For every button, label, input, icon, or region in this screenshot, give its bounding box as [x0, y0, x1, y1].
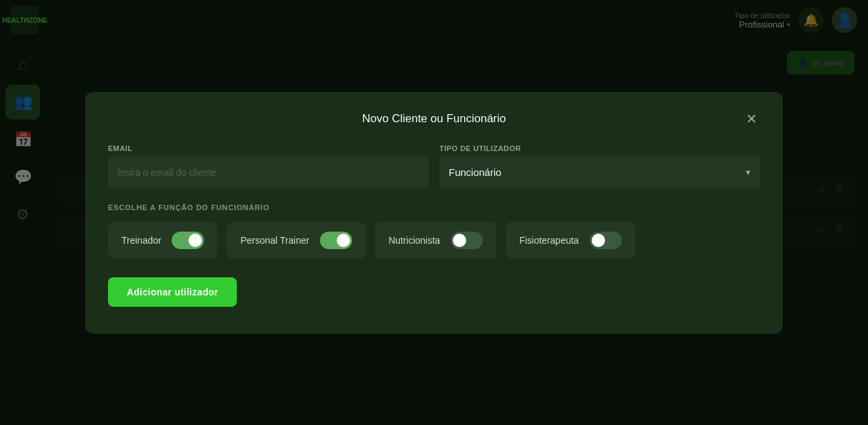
toggle-card-fisioterapeuta: Fisioterapeuta	[506, 222, 635, 258]
form-row-main: Email Tipo de utilizador Funcionário ▾	[108, 144, 760, 189]
toggle-label-nutricionista: Nutricionista	[388, 235, 440, 246]
modal-title: Novo Cliente ou Funcionário	[362, 112, 506, 126]
email-group: Email	[108, 144, 429, 189]
toggle-label-fisioterapeuta: Fisioterapeuta	[519, 235, 579, 246]
toggle-card-personal-trainer: Personal Trainer	[227, 222, 366, 258]
select-arrow-icon: ▾	[746, 167, 751, 177]
toggle-nutricionista[interactable]	[451, 232, 483, 249]
add-user-button[interactable]: Adicionar utilizador	[108, 277, 237, 307]
user-type-select[interactable]: Funcionário ▾	[439, 156, 760, 189]
user-type-label: Tipo de utilizador	[439, 144, 760, 152]
toggle-treinador[interactable]	[172, 232, 204, 249]
modal-header: Novo Cliente ou Funcionário ✕	[108, 112, 760, 126]
email-label: Email	[108, 144, 429, 152]
toggle-fisioterapeuta[interactable]	[590, 232, 622, 249]
modal-close-button[interactable]: ✕	[743, 109, 760, 128]
user-type-group: Tipo de utilizador Funcionário ▾	[439, 144, 760, 189]
toggle-label-personal-trainer: Personal Trainer	[240, 235, 309, 246]
toggle-row: Treinador Personal Trainer Nutricionista	[108, 222, 760, 258]
toggle-label-treinador: Treinador	[121, 235, 161, 246]
user-type-select-value: Funcionário	[449, 167, 501, 178]
toggle-card-treinador: Treinador	[108, 222, 217, 258]
toggle-personal-trainer[interactable]	[320, 232, 352, 249]
modal: Novo Cliente ou Funcionário ✕ Email Tipo…	[85, 92, 783, 334]
toggle-card-nutricionista: Nutricionista	[375, 222, 496, 258]
section-label: ESCOLHE A FUNÇÃO DO FUNCIONÁRIO	[108, 203, 760, 211]
email-input[interactable]	[108, 156, 429, 189]
